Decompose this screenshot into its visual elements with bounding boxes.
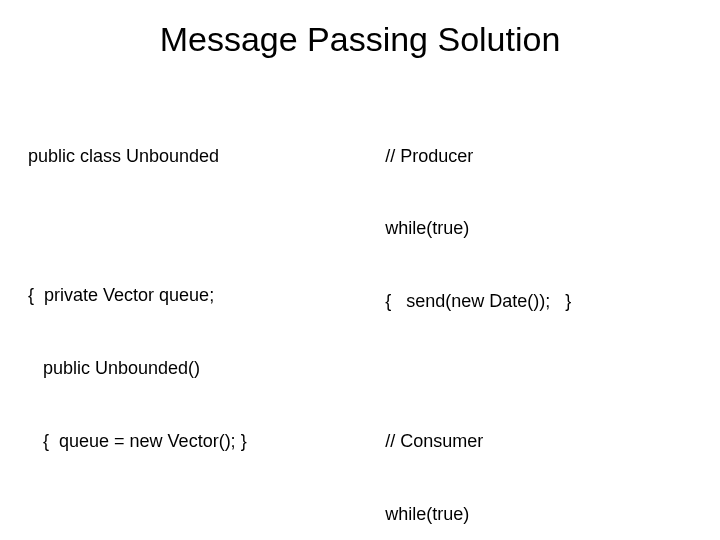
code-line: { private Vector queue; — [28, 283, 373, 307]
code-line: // Producer — [385, 144, 704, 168]
slide: Message Passing Solution public class Un… — [0, 0, 720, 540]
code-block-class-decl: public class Unbounded — [28, 95, 373, 216]
code-block-consumer: // Consumer while(true) { Date msg = (Da… — [385, 380, 704, 540]
code-line: public class Unbounded — [28, 144, 373, 168]
code-block-send: public void send(Object item) { queue. a… — [28, 520, 373, 540]
slide-title: Message Passing Solution — [28, 20, 692, 59]
code-block-producer: // Producer while(true) { send(new Date(… — [385, 95, 704, 362]
code-line: { send(new Date()); } — [385, 289, 704, 313]
right-column: // Producer while(true) { send(new Date(… — [385, 95, 704, 540]
code-line: while(true) — [385, 216, 704, 240]
left-column: public class Unbounded { private Vector … — [28, 95, 373, 540]
code-line: { queue = new Vector(); } — [28, 429, 373, 453]
code-line: public Unbounded() — [28, 356, 373, 380]
code-block-constructor: { private Vector queue; public Unbounded… — [28, 234, 373, 501]
code-line: while(true) — [385, 502, 704, 526]
code-line: // Consumer — [385, 429, 704, 453]
content-row: public class Unbounded { private Vector … — [28, 95, 692, 540]
